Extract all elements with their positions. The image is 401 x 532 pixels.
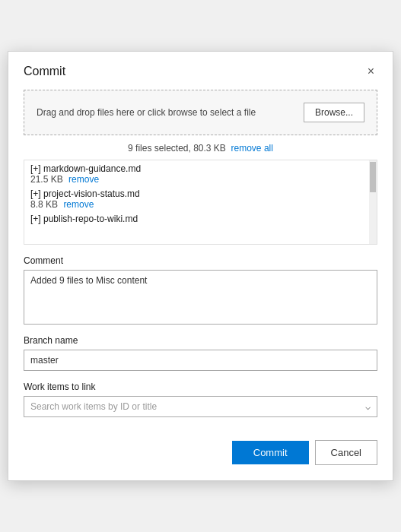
file-name: [+] publish-repo-to-wiki.md xyxy=(30,214,371,224)
work-items-label: Work items to link xyxy=(24,382,377,392)
comment-input[interactable] xyxy=(24,270,377,325)
commit-dialog: Commit × Drag and drop files here or cli… xyxy=(8,51,393,481)
scrollbar-thumb[interactable] xyxy=(370,162,376,192)
remove-file-link[interactable]: remove xyxy=(68,174,99,185)
scrollbar-track xyxy=(369,160,377,244)
file-size: 8.8 KB xyxy=(30,199,58,210)
close-button[interactable]: × xyxy=(364,64,377,79)
list-item: [+] project-vision-status.md 8.8 KB remo… xyxy=(24,185,377,211)
dialog-header: Commit × xyxy=(24,64,377,79)
branch-input[interactable] xyxy=(24,350,377,371)
files-summary: 9 files selected, 80.3 KB remove all xyxy=(24,143,377,154)
browse-button[interactable]: Browse... xyxy=(304,103,364,122)
drop-zone[interactable]: Drag and drop files here or click browse… xyxy=(24,90,377,135)
work-items-dropdown[interactable]: Search work items by ID or title ⌵ xyxy=(24,396,377,417)
file-name: [+] project-vision-status.md xyxy=(30,188,371,199)
files-count-text: 9 files selected, 80.3 KB xyxy=(128,143,226,154)
drop-zone-text: Drag and drop files here or click browse… xyxy=(37,107,294,118)
dialog-title: Commit xyxy=(24,65,65,78)
comment-label: Comment xyxy=(24,255,377,266)
list-item: [+] publish-repo-to-wiki.md xyxy=(24,211,377,225)
branch-label: Branch name xyxy=(24,335,377,346)
dialog-footer: Commit Cancel xyxy=(24,440,377,465)
work-items-placeholder: Search work items by ID or title xyxy=(30,401,157,412)
remove-all-link[interactable]: remove all xyxy=(231,143,273,154)
remove-file-link[interactable]: remove xyxy=(63,199,94,210)
file-size: 21.5 KB xyxy=(30,174,63,185)
commit-button[interactable]: Commit xyxy=(232,441,309,464)
file-meta: 8.8 KB remove xyxy=(30,199,371,210)
file-meta: 21.5 KB remove xyxy=(30,174,371,185)
file-name: [+] markdown-guidance.md xyxy=(30,163,371,174)
list-item: [+] markdown-guidance.md 21.5 KB remove xyxy=(24,160,377,185)
files-list: [+] markdown-guidance.md 21.5 KB remove … xyxy=(24,160,377,245)
chevron-down-icon: ⌵ xyxy=(365,401,371,412)
cancel-button[interactable]: Cancel xyxy=(315,440,377,465)
